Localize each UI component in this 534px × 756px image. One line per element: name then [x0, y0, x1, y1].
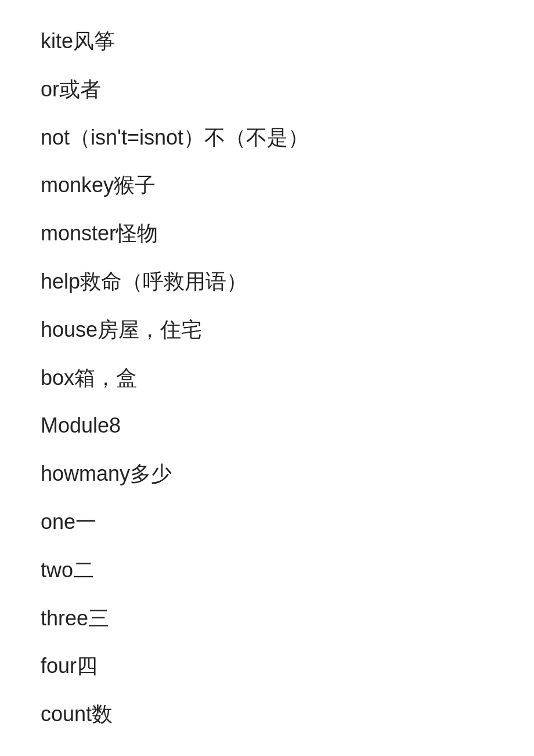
vocab-item-not: not（isn't=isnot）不（不是） — [23, 114, 511, 162]
vocab-item-two: two二 — [23, 546, 511, 595]
vocab-item-monkey: monkey猴子 — [23, 161, 511, 210]
vocab-item-kite: kite风筝 — [23, 17, 511, 66]
vocab-item-count: count数 — [23, 690, 511, 739]
vocab-list: kite风筝or或者not（isn't=isnot）不（不是）monkey猴子m… — [23, 17, 511, 739]
vocab-item-monster: monster怪物 — [23, 210, 511, 258]
vocab-item-four: four四 — [23, 642, 511, 690]
vocab-item-help: help救命（呼救用语） — [23, 258, 511, 306]
vocab-item-house: house房屋，住宅 — [23, 306, 511, 354]
vocab-item-module8: Module8 — [23, 402, 511, 450]
vocab-item-one: one一 — [23, 498, 511, 546]
vocab-item-three: three三 — [23, 595, 511, 643]
vocab-item-or: or或者 — [23, 66, 511, 114]
vocab-item-box: box箱，盒 — [23, 354, 511, 402]
vocab-item-howmany: howmany多少 — [23, 450, 511, 498]
